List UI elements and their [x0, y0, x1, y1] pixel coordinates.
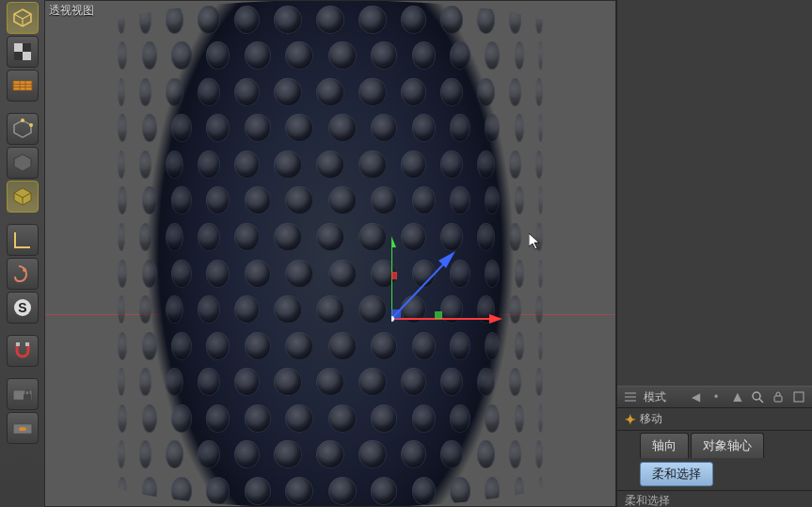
svg-rect-47 — [794, 392, 804, 402]
attribute-section-row: 柔和选择 — [617, 458, 812, 490]
footer-label: 柔和选择 — [625, 494, 670, 507]
tool-workplane-lock[interactable] — [7, 378, 39, 410]
tool-model[interactable] — [7, 2, 39, 34]
lock-icon[interactable] — [771, 389, 786, 404]
svg-text:S: S — [18, 300, 26, 315]
svg-point-14 — [21, 119, 24, 122]
mesh-cylinder — [104, 1, 556, 506]
search-icon[interactable] — [750, 389, 765, 404]
tool-points[interactable] — [7, 113, 39, 145]
svg-marker-40 — [529, 233, 539, 249]
section-soft-selection[interactable]: 柔和选择 — [640, 462, 713, 486]
svg-marker-13 — [14, 120, 31, 137]
svg-rect-24 — [16, 342, 20, 346]
left-toolbar: S — [0, 0, 44, 507]
svg-rect-5 — [23, 43, 31, 52]
plus-icon: ✦ — [625, 412, 636, 427]
tool-tweak[interactable] — [7, 258, 39, 290]
attribute-title: 移动 — [640, 411, 662, 427]
object-manager[interactable] — [617, 0, 812, 386]
svg-rect-27 — [24, 394, 31, 401]
nav-back-icon[interactable]: ◀ — [688, 389, 703, 404]
tool-edges[interactable] — [7, 147, 39, 179]
attribute-tabs: 轴向 对象轴心 — [617, 431, 812, 458]
attribute-footer: 柔和选择 — [617, 490, 812, 507]
tool-workplane-grid[interactable] — [7, 70, 39, 102]
viewport-perspective[interactable]: 透视视图 — [44, 0, 616, 507]
tool-snap[interactable] — [7, 335, 39, 367]
svg-rect-6 — [14, 52, 23, 60]
tool-polygons[interactable] — [7, 181, 39, 213]
tool-workplane[interactable] — [7, 412, 39, 444]
svg-marker-16 — [14, 154, 31, 171]
attribute-title-row: ✦ 移动 — [617, 408, 812, 431]
svg-line-45 — [759, 399, 763, 403]
svg-rect-4 — [14, 43, 23, 52]
nav-dot-icon[interactable]: • — [709, 389, 724, 404]
right-panel: 模式 ◀ • ▶ ✦ 移动 轴向 对象轴心 柔和选择 柔和选择 — [616, 0, 812, 507]
new-window-icon[interactable] — [791, 389, 806, 404]
nav-up-icon[interactable]: ▶ — [729, 389, 744, 404]
attributes-header: 模式 ◀ • ▶ — [617, 386, 812, 408]
tab-object-axis[interactable]: 对象轴心 — [691, 433, 764, 458]
attributes-mode-label[interactable]: 模式 — [644, 389, 666, 405]
svg-rect-46 — [774, 396, 782, 402]
svg-line-2 — [23, 14, 31, 19]
svg-rect-25 — [25, 342, 29, 346]
svg-rect-7 — [23, 52, 31, 60]
menu-icon[interactable] — [623, 389, 638, 404]
svg-rect-8 — [13, 81, 32, 90]
viewport-label: 透视视图 — [49, 3, 94, 19]
svg-point-44 — [753, 392, 760, 400]
render-canvas — [45, 1, 615, 506]
svg-point-29 — [19, 427, 26, 431]
svg-point-15 — [29, 123, 33, 127]
svg-line-1 — [14, 14, 23, 19]
tool-texture[interactable] — [7, 36, 39, 68]
svg-point-21 — [23, 268, 26, 272]
tab-axis[interactable]: 轴向 — [640, 433, 689, 458]
tool-spline-s[interactable]: S — [7, 292, 39, 324]
mouse-cursor-icon — [529, 233, 542, 250]
tool-axis[interactable] — [7, 224, 39, 256]
